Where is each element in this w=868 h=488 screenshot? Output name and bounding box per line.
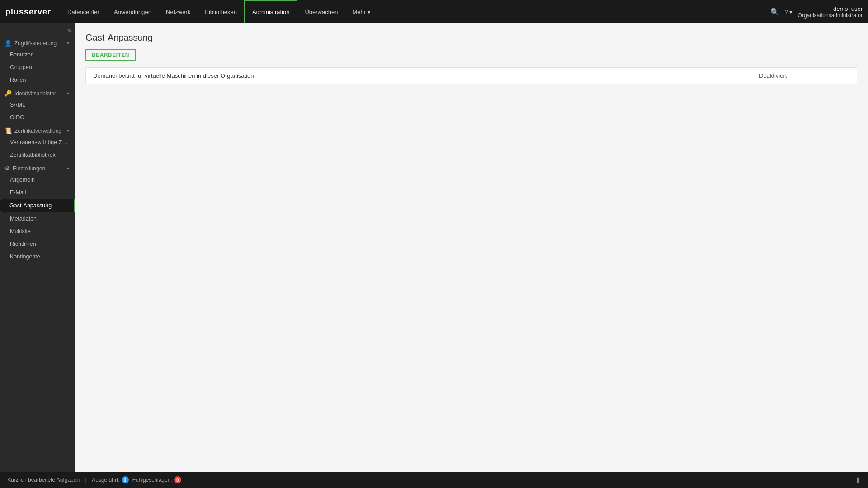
help-label: ?: [785, 9, 788, 15]
statusbar-failed: Fehlgeschlagen: 0: [132, 476, 181, 483]
help-chevron-icon: ▾: [789, 9, 793, 15]
help-button[interactable]: ? ▾: [785, 9, 792, 15]
sidebar-item-saml[interactable]: SAML: [0, 99, 75, 111]
sidebar-item-kontingente[interactable]: Kontingente: [0, 250, 75, 263]
sidebar-item-multisite[interactable]: Multisite: [0, 225, 75, 238]
nav-mehr[interactable]: Mehr ▾: [345, 0, 378, 23]
page-title: Gast-Anpassung: [85, 33, 857, 43]
sidebar-item-zertifikatbibliothek[interactable]: Zertifikatbibliothek: [0, 149, 75, 161]
identitaetsanbieter-chevron: ▾: [67, 91, 69, 96]
sidebar-item-benutzer[interactable]: Benutzer: [0, 48, 75, 61]
edit-button[interactable]: BEARBEITEN: [85, 49, 136, 61]
topnav-right: 🔍 ? ▾ demo_user Organisationsadministrat…: [770, 5, 863, 19]
sidebar-item-richtlinien[interactable]: Richtlinien: [0, 238, 75, 250]
nav-ueberwachen[interactable]: Überwachen: [297, 0, 345, 23]
sidebar-item-email[interactable]: E-Mail: [0, 186, 75, 199]
table-cell-description: Domänenbeitritt für virtuelle Maschinen …: [93, 72, 759, 79]
main-content: Gast-Anpassung BEARBEITEN Domänenbeitrit…: [75, 23, 868, 472]
sidebar-item-allgemein[interactable]: Allgemein: [0, 174, 75, 186]
user-menu[interactable]: demo_user Organisationsadministrator: [798, 5, 863, 19]
sidebar-section-zugriffssteuerung[interactable]: 👤 Zugriffssteuerung ▾: [0, 36, 75, 48]
identitaetsanbieter-icon: 🔑: [5, 90, 12, 97]
nav-netzwerk[interactable]: Netzwerk: [159, 0, 198, 23]
topnav-items: Datencenter Anwendungen Netzwerk Bibliot…: [60, 0, 770, 23]
einstellungen-icon: ⚙: [5, 165, 10, 172]
sidebar-section-einstellungen[interactable]: ⚙ Einstellungen ▾: [0, 161, 75, 174]
zertifikatverwaltung-chevron: ▾: [67, 128, 69, 133]
table-cell-status: Deaktiviert: [759, 72, 849, 79]
identitaetsanbieter-label: Identitätsanbieter: [14, 90, 64, 97]
table-row: Domänenbeitritt für virtuelle Maschinen …: [86, 68, 857, 84]
nav-anwendungen[interactable]: Anwendungen: [107, 0, 159, 23]
einstellungen-chevron: ▾: [67, 166, 69, 171]
zugriffssteuerung-label: Zugriffssteuerung: [14, 40, 64, 47]
executed-badge: 0: [122, 476, 129, 483]
data-table: Domänenbeitritt für virtuelle Maschinen …: [85, 67, 857, 84]
zugriffssteuerung-chevron: ▾: [67, 41, 69, 46]
sidebar-item-rollen[interactable]: Rollen: [0, 74, 75, 86]
sidebar-item-oidc[interactable]: OIDC: [0, 111, 75, 124]
nav-administration[interactable]: Administration: [244, 0, 297, 23]
logo: plusserver: [5, 7, 51, 17]
scroll-top-icon[interactable]: ⬆: [855, 476, 861, 484]
zertifikatverwaltung-label: Zertifikatverwaltung: [14, 128, 64, 134]
username: demo_user: [798, 5, 863, 12]
failed-badge: 0: [174, 476, 181, 483]
chevron-down-icon: ▾: [368, 9, 371, 15]
sidebar-item-gast-anpassung[interactable]: Gast-Anpassung: [0, 199, 75, 212]
statusbar-executed: Ausgeführt: 0: [92, 476, 128, 483]
main: Gast-Anpassung BEARBEITEN Domänenbeitrit…: [75, 23, 868, 472]
sidebar-section-identitaetsanbieter[interactable]: 🔑 Identitätsanbieter ▾: [0, 86, 75, 99]
zugriffssteuerung-icon: 👤: [5, 40, 12, 47]
sidebar-item-vertrauenswuerdig[interactable]: Vertrauenswürdige Zertifi...: [0, 136, 75, 149]
topnav: plusserver Datencenter Anwendungen Netzw…: [0, 0, 868, 23]
statusbar-label: Kürzlich bearbeitete Aufgaben: [7, 477, 80, 483]
nav-bibliotheken[interactable]: Bibliotheken: [198, 0, 244, 23]
user-role: Organisationsadministrator: [798, 12, 863, 19]
sidebar-section-zertifikatverwaltung[interactable]: 📜 Zertifikatverwaltung ▾: [0, 124, 75, 136]
statusbar-divider: |: [85, 477, 86, 483]
layout: « 👤 Zugriffssteuerung ▾ Benutzer Gruppen…: [0, 23, 868, 472]
nav-datencenter[interactable]: Datencenter: [60, 0, 107, 23]
einstellungen-label: Einstellungen: [13, 165, 64, 172]
statusbar: Kürzlich bearbeitete Aufgaben | Ausgefüh…: [0, 472, 868, 488]
sidebar-item-gruppen[interactable]: Gruppen: [0, 61, 75, 74]
sidebar-collapse-button[interactable]: «: [0, 23, 75, 36]
sidebar-item-metadaten[interactable]: Metadaten: [0, 212, 75, 225]
zertifikatverwaltung-icon: 📜: [5, 127, 12, 134]
search-icon[interactable]: 🔍: [770, 8, 779, 16]
sidebar: « 👤 Zugriffssteuerung ▾ Benutzer Gruppen…: [0, 23, 75, 472]
